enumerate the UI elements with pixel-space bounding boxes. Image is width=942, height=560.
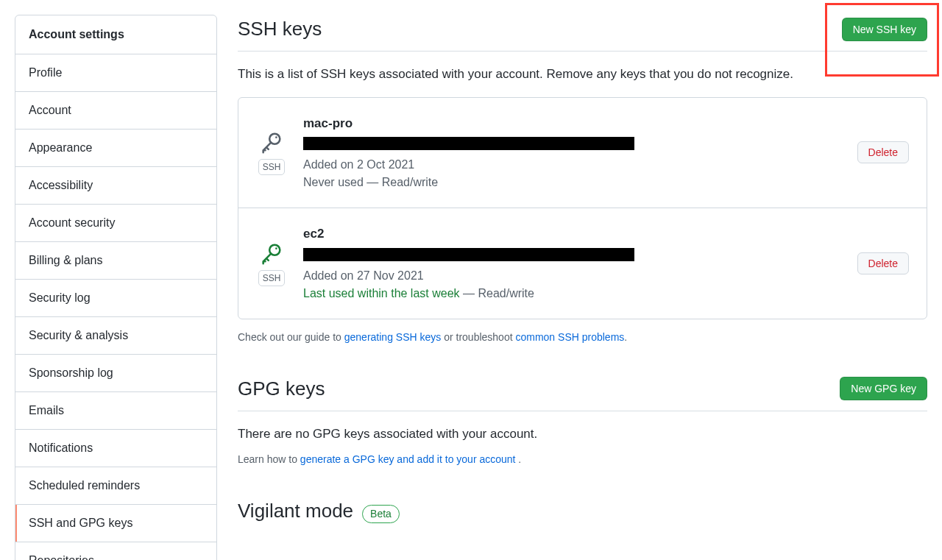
sidebar-item-emails[interactable]: Emails [15,392,216,430]
key-fingerprint-redacted [303,137,634,150]
key-icon: SSH [256,241,287,286]
sidebar-header: Account settings [15,15,216,54]
sidebar-item-notifications[interactable]: Notifications [15,430,216,467]
ssh-key-row: SSHec2Added on 27 Nov 2021Last used with… [238,208,927,319]
beta-badge: Beta [362,505,400,523]
ssh-help-text: Check out our guide to generating SSH ke… [238,330,927,345]
vigilant-title: Vigilant mode [238,497,353,525]
sidebar-item-account-security[interactable]: Account security [15,205,216,242]
ssh-type-badge: SSH [258,270,286,286]
gpg-title: GPG keys [238,375,325,403]
ssh-key-row: SSHmac-proAdded on 2 Oct 2021Never used … [238,98,927,209]
ssh-type-badge: SSH [258,159,286,175]
key-usage: Last used within the last week — Read/wr… [303,285,841,302]
ssh-description: This is a list of SSH keys associated wi… [238,65,927,84]
sidebar-item-account[interactable]: Account [15,92,216,130]
vigilant-mode-header: Vigilant mode Beta [238,497,927,525]
key-fingerprint-redacted [303,248,634,261]
ssh-key-list: SSHmac-proAdded on 2 Oct 2021Never used … [238,97,927,319]
new-gpg-key-button[interactable]: New GPG key [840,377,927,400]
key-added-date: Added on 2 Oct 2021 [303,156,841,174]
main-content: SSH keys New SSH key This is a list of S… [238,15,927,560]
generate-gpg-key-link[interactable]: generate a GPG key and add it to your ac… [300,453,519,465]
svg-point-3 [275,247,277,249]
key-added-date: Added on 27 Nov 2021 [303,267,841,285]
gpg-section-header: GPG keys New GPG key [238,375,927,411]
sidebar-item-billing-plans[interactable]: Billing & plans [15,242,216,280]
sidebar-item-scheduled-reminders[interactable]: Scheduled reminders [15,467,216,505]
gpg-empty-message: There are no GPG keys associated with yo… [238,425,927,444]
key-name: mac-pro [303,114,841,133]
sidebar-item-accessibility[interactable]: Accessibility [15,167,216,205]
sidebar-item-security-analysis[interactable]: Security & analysis [15,317,216,355]
delete-key-button[interactable]: Delete [857,141,909,163]
common-ssh-problems-link[interactable]: common SSH problems [515,331,624,343]
sidebar-item-ssh-and-gpg-keys[interactable]: SSH and GPG keys [15,505,216,542]
key-icon: SSH [256,130,287,175]
sidebar-item-security-log[interactable]: Security log [15,280,216,317]
key-name: ec2 [303,224,841,244]
delete-key-button[interactable]: Delete [857,252,909,274]
key-usage: Never used — Read/write [303,174,841,191]
sidebar-item-repositories[interactable]: Repositories [15,542,216,560]
sidebar-item-profile[interactable]: Profile [15,54,216,92]
settings-sidebar: Account settings ProfileAccountAppearanc… [15,15,217,560]
new-ssh-key-button[interactable]: New SSH key [842,18,927,41]
ssh-title: SSH keys [238,15,322,43]
svg-point-1 [275,137,277,139]
gpg-help-text: Learn how to generate a GPG key and add … [238,452,927,467]
sidebar-item-appearance[interactable]: Appearance [15,130,216,167]
sidebar-item-sponsorship-log[interactable]: Sponsorship log [15,355,216,392]
generating-ssh-keys-link[interactable]: generating SSH keys [344,331,442,343]
ssh-section-header: SSH keys New SSH key [238,15,927,52]
